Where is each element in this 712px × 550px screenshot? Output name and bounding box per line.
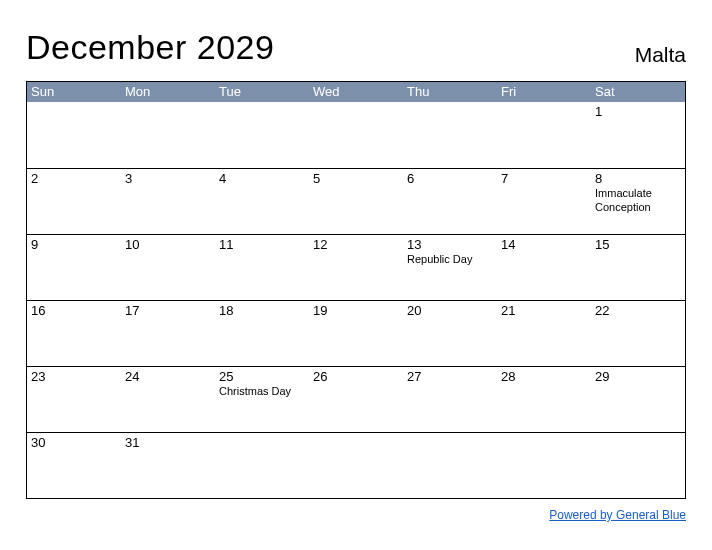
weekday-header: Sat xyxy=(591,82,685,102)
month-year-title: December 2029 xyxy=(26,28,274,67)
day-number: 3 xyxy=(125,171,211,186)
day-number: 21 xyxy=(501,303,587,318)
day-number: 19 xyxy=(313,303,399,318)
day-cell: 15 xyxy=(591,235,685,300)
day-number: 20 xyxy=(407,303,493,318)
day-number: 7 xyxy=(501,171,587,186)
day-cell: 2 xyxy=(27,169,121,234)
day-cell xyxy=(27,102,121,168)
day-cell: 5 xyxy=(309,169,403,234)
day-cell: 26 xyxy=(309,367,403,432)
event-label: Christmas Day xyxy=(219,385,305,399)
day-number: 24 xyxy=(125,369,211,384)
day-number: 23 xyxy=(31,369,117,384)
day-cell: 1 xyxy=(591,102,685,168)
day-cell: 8Immaculate Conception xyxy=(591,169,685,234)
day-cell xyxy=(497,102,591,168)
day-cell xyxy=(309,102,403,168)
day-number: 2 xyxy=(31,171,117,186)
day-number: 25 xyxy=(219,369,305,384)
weekday-header: Tue xyxy=(215,82,309,102)
day-number: 31 xyxy=(125,435,211,450)
day-number: 26 xyxy=(313,369,399,384)
day-cell xyxy=(215,102,309,168)
week-row: 1 xyxy=(27,102,685,168)
day-cell: 6 xyxy=(403,169,497,234)
weekday-header-row: Sun Mon Tue Wed Thu Fri Sat xyxy=(27,82,685,102)
day-cell: 25Christmas Day xyxy=(215,367,309,432)
day-cell: 7 xyxy=(497,169,591,234)
day-cell: 11 xyxy=(215,235,309,300)
day-number: 6 xyxy=(407,171,493,186)
day-cell xyxy=(215,433,309,498)
day-number: 1 xyxy=(595,104,681,119)
weekday-header: Sun xyxy=(27,82,121,102)
day-number: 10 xyxy=(125,237,211,252)
week-row: 3031 xyxy=(27,432,685,498)
day-cell: 27 xyxy=(403,367,497,432)
day-cell xyxy=(309,433,403,498)
day-cell: 16 xyxy=(27,301,121,366)
day-cell: 30 xyxy=(27,433,121,498)
footer: Powered by General Blue xyxy=(26,505,686,523)
day-cell: 12 xyxy=(309,235,403,300)
day-cell: 3 xyxy=(121,169,215,234)
day-number: 22 xyxy=(595,303,681,318)
week-row: 910111213Republic Day1415 xyxy=(27,234,685,300)
day-number: 29 xyxy=(595,369,681,384)
event-label: Republic Day xyxy=(407,253,493,267)
week-row: 16171819202122 xyxy=(27,300,685,366)
day-cell: 19 xyxy=(309,301,403,366)
day-cell: 31 xyxy=(121,433,215,498)
event-label: Immaculate Conception xyxy=(595,187,681,215)
calendar-grid: Sun Mon Tue Wed Thu Fri Sat 12345678Imma… xyxy=(26,81,686,499)
day-number: 27 xyxy=(407,369,493,384)
day-number: 28 xyxy=(501,369,587,384)
weeks-container: 12345678Immaculate Conception910111213Re… xyxy=(27,102,685,498)
day-cell: 14 xyxy=(497,235,591,300)
day-cell: 28 xyxy=(497,367,591,432)
day-cell: 10 xyxy=(121,235,215,300)
day-number: 11 xyxy=(219,237,305,252)
week-row: 2345678Immaculate Conception xyxy=(27,168,685,234)
day-cell: 23 xyxy=(27,367,121,432)
day-number: 5 xyxy=(313,171,399,186)
powered-by-link[interactable]: Powered by General Blue xyxy=(549,508,686,522)
day-number: 13 xyxy=(407,237,493,252)
day-cell xyxy=(497,433,591,498)
day-number: 4 xyxy=(219,171,305,186)
day-cell: 9 xyxy=(27,235,121,300)
day-cell xyxy=(121,102,215,168)
day-number: 14 xyxy=(501,237,587,252)
day-cell: 29 xyxy=(591,367,685,432)
day-cell xyxy=(591,433,685,498)
day-number: 30 xyxy=(31,435,117,450)
weekday-header: Wed xyxy=(309,82,403,102)
day-number: 17 xyxy=(125,303,211,318)
day-cell: 20 xyxy=(403,301,497,366)
day-number: 12 xyxy=(313,237,399,252)
day-cell: 24 xyxy=(121,367,215,432)
day-cell: 22 xyxy=(591,301,685,366)
day-cell: 18 xyxy=(215,301,309,366)
region-label: Malta xyxy=(635,43,686,67)
day-cell xyxy=(403,102,497,168)
day-number: 9 xyxy=(31,237,117,252)
day-number: 8 xyxy=(595,171,681,186)
week-row: 232425Christmas Day26272829 xyxy=(27,366,685,432)
day-cell: 13Republic Day xyxy=(403,235,497,300)
day-cell: 17 xyxy=(121,301,215,366)
day-cell: 21 xyxy=(497,301,591,366)
weekday-header: Thu xyxy=(403,82,497,102)
day-number: 15 xyxy=(595,237,681,252)
weekday-header: Fri xyxy=(497,82,591,102)
day-number: 18 xyxy=(219,303,305,318)
day-cell xyxy=(403,433,497,498)
day-cell: 4 xyxy=(215,169,309,234)
weekday-header: Mon xyxy=(121,82,215,102)
day-number: 16 xyxy=(31,303,117,318)
calendar-header: December 2029 Malta xyxy=(26,28,686,67)
